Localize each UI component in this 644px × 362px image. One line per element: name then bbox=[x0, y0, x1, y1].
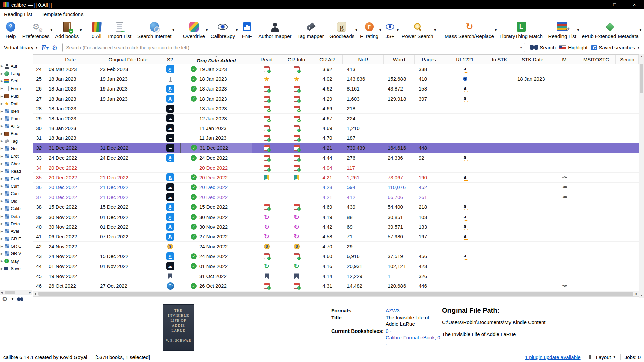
cell-oda[interactable]: ✓27 Nov 2022 bbox=[180, 232, 252, 241]
cell-word[interactable]: 57,980 bbox=[384, 232, 415, 241]
cell-oda[interactable]: 11 Jan 2023 bbox=[180, 123, 252, 133]
cell-num[interactable]: 26 bbox=[33, 84, 45, 94]
cell-gr[interactable]: + bbox=[281, 202, 312, 212]
chevron-down-icon[interactable]: ▼ bbox=[50, 28, 53, 32]
cell-instk[interactable] bbox=[486, 202, 513, 212]
cell-stk[interactable] bbox=[513, 94, 552, 103]
expander-icon[interactable]: ▶ bbox=[1, 147, 3, 150]
cell-read[interactable]: + bbox=[252, 104, 281, 113]
column-header-read[interactable]: Read bbox=[252, 55, 281, 64]
cell-secon[interactable] bbox=[616, 212, 639, 222]
column-header-oda[interactable]: Orig Date Added bbox=[180, 55, 252, 64]
table-row-29[interactable]: 2918 Jan 2023☁12 Jan 2023++4.67224 bbox=[33, 114, 639, 123]
cell-num[interactable]: 45 bbox=[33, 271, 45, 281]
cell-rl[interactable] bbox=[443, 74, 486, 83]
cell-read[interactable]: ↻ bbox=[252, 222, 281, 231]
scroll-right-icon[interactable]: ▶ bbox=[29, 291, 31, 294]
chevron-down-icon[interactable]: ▼ bbox=[434, 28, 437, 32]
cell-s2[interactable]: a bbox=[160, 64, 180, 74]
cell-stk[interactable] bbox=[513, 212, 552, 222]
cell-oda[interactable]: ✓20 Dec 2022 bbox=[180, 183, 252, 192]
cell-word[interactable]: 43,872 bbox=[384, 84, 415, 94]
cell-pages[interactable]: 103 bbox=[415, 212, 443, 222]
expander-icon[interactable]: ▶ bbox=[1, 259, 3, 263]
cell-m[interactable] bbox=[552, 133, 577, 143]
cell-num[interactable]: 35 bbox=[33, 173, 45, 182]
cell-stk[interactable] bbox=[513, 133, 552, 143]
cell-read[interactable]: + bbox=[252, 153, 281, 163]
table-row-31[interactable]: 3118 Jan 2023☁11 Jan 2023++4.70187 bbox=[33, 133, 639, 143]
expander-icon[interactable]: ▶ bbox=[1, 252, 3, 255]
cell-secon[interactable] bbox=[616, 133, 639, 143]
cell-nor[interactable]: 739,439 bbox=[343, 143, 384, 153]
cell-oda[interactable]: ✓30 Nov 2022 bbox=[180, 212, 252, 222]
cell-msitostc[interactable] bbox=[577, 281, 616, 291]
cell-gr[interactable]: ★ bbox=[281, 74, 312, 83]
cell-pages[interactable]: 397 bbox=[415, 94, 443, 103]
full-text-search-icon[interactable]: FT bbox=[41, 44, 48, 51]
cell-instk[interactable] bbox=[486, 123, 513, 133]
sidebar-item-char-13[interactable]: ▶Char bbox=[0, 160, 32, 167]
cell-num[interactable]: 29 bbox=[33, 114, 45, 123]
expander-icon[interactable]: ▶ bbox=[1, 87, 3, 90]
table-row-32[interactable]: 3231 Dec 202231 Dec 2022☁✓31 Dec 2022++4… bbox=[33, 143, 639, 153]
cell-pages[interactable]: 261 bbox=[415, 192, 443, 202]
cell-nor[interactable]: 20,931 bbox=[343, 261, 384, 271]
cell-secon[interactable] bbox=[616, 192, 639, 202]
cell-oda[interactable]: 20 Dec 2022 bbox=[180, 163, 252, 172]
cell-pages[interactable]: 456 bbox=[415, 251, 443, 261]
cell-grar[interactable]: 4.14 bbox=[312, 271, 343, 281]
cell-grar[interactable]: 4.69 bbox=[312, 123, 343, 133]
cell-read[interactable]: + bbox=[252, 114, 281, 123]
cell-stk[interactable] bbox=[513, 222, 552, 231]
cell-pages[interactable]: 410 bbox=[415, 74, 443, 83]
cell-instk[interactable] bbox=[486, 173, 513, 182]
cell-s2[interactable]: ☁ bbox=[160, 261, 180, 271]
cell-instk[interactable] bbox=[486, 281, 513, 291]
cell-ofd[interactable]: 01 Dec 2022 bbox=[96, 212, 160, 222]
cell-pages[interactable] bbox=[415, 114, 443, 123]
cell-word[interactable]: 1 bbox=[384, 271, 415, 281]
cell-instk[interactable] bbox=[486, 104, 513, 113]
cell-secon[interactable] bbox=[616, 143, 639, 153]
sidebar-item-avai-22[interactable]: ▶Avai bbox=[0, 228, 32, 235]
cell-gr[interactable] bbox=[281, 183, 312, 192]
cell-word[interactable]: 37,519 bbox=[384, 251, 415, 261]
cell-grar[interactable]: 4.19 bbox=[312, 212, 343, 222]
search-button[interactable]: Search bbox=[530, 45, 556, 50]
table-row-44[interactable]: 4401 Nov 202201 Nov 2022☁✓01 Nov 2022↻↻4… bbox=[33, 261, 639, 271]
cell-num[interactable]: 38 bbox=[33, 202, 45, 212]
sidebar-item-gr-v-25[interactable]: ▶GR V bbox=[0, 250, 32, 257]
cell-secon[interactable] bbox=[616, 84, 639, 94]
cell-pages[interactable]: 133 bbox=[415, 222, 443, 231]
cell-pages[interactable]: 452 bbox=[415, 183, 443, 192]
sidebar-item-ger-11[interactable]: ▶Ger bbox=[0, 145, 32, 152]
cell-gr[interactable] bbox=[281, 173, 312, 182]
cell-read[interactable]: $ bbox=[252, 242, 281, 251]
toolbar-button-preferences[interactable]: ⚙⚙Preferences▼ bbox=[22, 20, 50, 39]
table-row-36[interactable]: 3620 Dec 202221 Dec 2022☁✓20 Dec 20224.2… bbox=[33, 183, 639, 192]
cell-date[interactable]: 18 Jan 2023 bbox=[45, 84, 96, 94]
cell-gr[interactable]: + bbox=[281, 114, 312, 123]
cell-s2[interactable]: a bbox=[160, 232, 180, 241]
cell-read[interactable] bbox=[252, 183, 281, 192]
column-header-gr[interactable]: GR Info bbox=[281, 55, 312, 64]
cell-gr[interactable]: + bbox=[281, 143, 312, 153]
sidebar-item-deta-21[interactable]: ▶Deta bbox=[0, 220, 32, 227]
cell-gr[interactable]: ↻ bbox=[281, 212, 312, 222]
sidebar-item-excl-15[interactable]: ▶Excl bbox=[0, 175, 32, 182]
cell-read[interactable] bbox=[252, 173, 281, 182]
cell-date[interactable]: 18 Jan 2023 bbox=[45, 114, 96, 123]
sidebar-item-may-26[interactable]: ▶+May bbox=[0, 257, 32, 265]
cell-grar[interactable]: 4.42 bbox=[312, 222, 343, 231]
toolbar-button-goodreads[interactable]: gGoodreads▼ bbox=[329, 20, 354, 39]
cell-msitostc[interactable] bbox=[577, 261, 616, 271]
cell-grar[interactable]: 4.28 bbox=[312, 183, 343, 192]
cell-stk[interactable] bbox=[513, 192, 552, 202]
cell-ofd[interactable] bbox=[96, 242, 160, 251]
cell-pages[interactable]: 423 bbox=[415, 261, 443, 271]
cell-date[interactable]: 24 Nov 2022 bbox=[45, 251, 96, 261]
cell-stk[interactable] bbox=[513, 271, 552, 281]
expander-icon[interactable]: ▶ bbox=[1, 267, 3, 270]
saved-searches-button[interactable]: Saved searches ▼ bbox=[591, 45, 640, 50]
